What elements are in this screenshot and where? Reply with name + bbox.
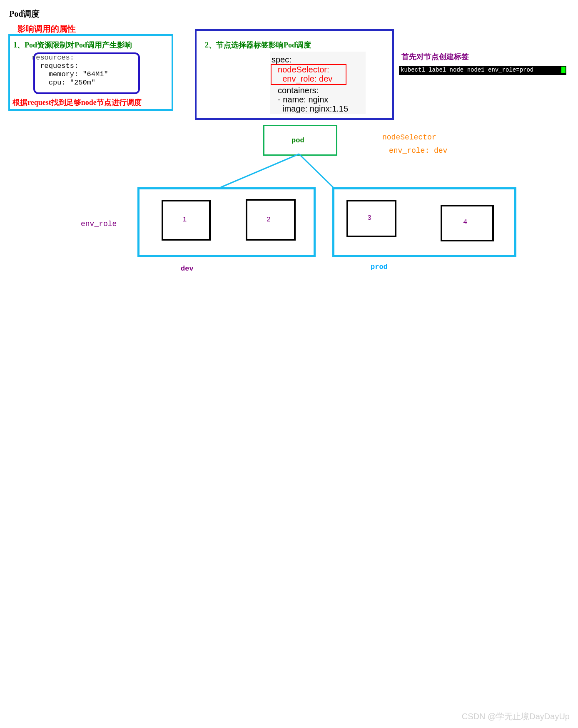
box2-ns2: env_role: dev bbox=[273, 74, 332, 84]
terminal-cmd: kubectl label node node1 env_role=prod bbox=[401, 67, 533, 73]
selector-kv: env_role: dev bbox=[389, 147, 447, 155]
svg-line-0 bbox=[221, 154, 299, 187]
subtitle: 影响调用的属性 bbox=[17, 23, 76, 35]
terminal-cursor bbox=[561, 67, 566, 73]
node3-label: 3 bbox=[367, 214, 371, 222]
right-heading: 首先对节点创建标签 bbox=[401, 52, 469, 62]
box2-c3: image: nginx:1.15 bbox=[273, 104, 348, 114]
selector-title: nodeSelector bbox=[382, 133, 436, 142]
page-title: Pod调度 bbox=[9, 8, 40, 20]
env-role-label: env_role bbox=[81, 220, 117, 228]
box1-yaml-l2: requests: bbox=[32, 62, 78, 71]
svg-line-1 bbox=[299, 154, 333, 187]
box1-yaml-l4: cpu: "250m" bbox=[32, 78, 95, 87]
prod-label: prod bbox=[371, 263, 388, 271]
node4-label: 4 bbox=[463, 218, 467, 226]
box1-heading: 1、Pod资源限制对Pod调用产生影响 bbox=[13, 40, 132, 50]
node1-label: 1 bbox=[182, 216, 187, 224]
box2-ns1: nodeSelector: bbox=[273, 65, 329, 75]
dev-label: dev bbox=[181, 265, 194, 273]
box1-yaml-l3: memory: "64Mi" bbox=[32, 70, 108, 79]
box2-c2: - name: nginx bbox=[273, 95, 328, 104]
box2-c1: containers: bbox=[273, 86, 319, 95]
box2-heading: 2、节点选择器标签影响Pod调度 bbox=[205, 40, 311, 50]
box2-spec: spec: bbox=[272, 55, 291, 65]
box1-yaml-l1: resources: bbox=[32, 53, 74, 62]
node2-label: 2 bbox=[267, 216, 271, 224]
pod-label: pod bbox=[291, 137, 304, 144]
box1-note: 根据request找到足够node节点进行调度 bbox=[12, 97, 142, 107]
watermark: CSDN @学无止境DayDayUp bbox=[462, 711, 570, 722]
